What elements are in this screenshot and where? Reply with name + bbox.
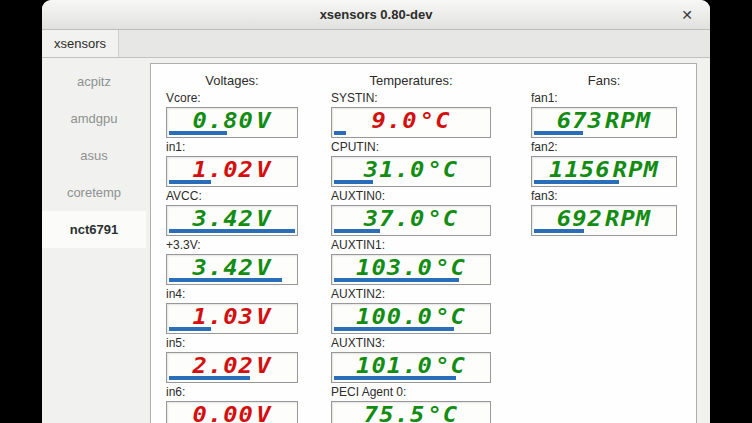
progress-fill: [334, 376, 456, 380]
lcd-readout: 692RPM: [526, 206, 682, 231]
progress-track: [334, 180, 488, 184]
sensor-label: in5:: [166, 336, 298, 351]
sidebar-item-acpitz[interactable]: acpitz: [42, 63, 146, 100]
lcd-unit: °C: [435, 306, 466, 328]
progress-track: [334, 229, 488, 233]
lcd-readout: 37.0°C: [326, 206, 497, 231]
sensor-label: CPUTIN:: [331, 140, 491, 155]
progress-track: [169, 229, 295, 233]
column-header-temperatures: Temperatures:: [331, 73, 491, 89]
progress-fill: [169, 278, 282, 282]
sensor-label: Vcore:: [166, 91, 298, 106]
lcd-readout: 0.00V: [162, 402, 302, 423]
progress-fill: [169, 180, 211, 184]
sensor-auxtin0: AUXTIN0:37.0°C: [331, 189, 491, 236]
sensor-label: fan1:: [531, 91, 677, 106]
titlebar[interactable]: xsensors 0.80-dev ✕: [42, 0, 710, 30]
lcd-value: 673: [557, 110, 603, 132]
lcd-display: 2.02V: [166, 352, 298, 383]
lcd-unit: °C: [420, 110, 451, 132]
sensor-label: in1:: [166, 140, 298, 155]
lcd-unit: V: [256, 355, 271, 377]
sensor-label: AUXTIN0:: [331, 189, 491, 204]
window-title: xsensors 0.80-dev: [320, 7, 433, 22]
lcd-unit: °C: [435, 257, 466, 279]
sensor-vcore: Vcore:0.80V: [166, 91, 298, 138]
lcd-value: 101.0: [356, 355, 433, 377]
lcd-display: 103.0°C: [331, 254, 491, 285]
lcd-value: 103.0: [356, 257, 433, 279]
lcd-readout: 1.03V: [162, 304, 302, 329]
lcd-display: 0.80V: [166, 107, 298, 138]
progress-fill: [169, 376, 250, 380]
sensor-cputin: CPUTIN:31.0°C: [331, 140, 491, 187]
screen: { "window": { "title": "xsensors 0.80-de…: [0, 0, 752, 423]
progress-fill: [334, 229, 380, 233]
lcd-display: 673RPM: [531, 107, 677, 138]
lcd-unit: V: [256, 208, 271, 230]
sensor-label: AVCC:: [166, 189, 298, 204]
sensor-avcc: AVCC:3.42V: [166, 189, 298, 236]
close-button[interactable]: ✕: [674, 0, 700, 29]
progress-track: [169, 376, 295, 380]
progress-track: [169, 278, 295, 282]
progress-track: [169, 327, 295, 331]
progress-track: [534, 131, 674, 135]
lcd-display: 101.0°C: [331, 352, 491, 383]
sidebar-item-coretemp[interactable]: coretemp: [42, 174, 146, 211]
lcd-value: 1.02: [192, 159, 254, 181]
progress-fill: [534, 131, 583, 135]
lcd-value: 692: [557, 208, 603, 230]
lcd-readout: 100.0°C: [326, 304, 497, 329]
lcd-value: 1156: [549, 159, 611, 181]
tab-xsensors[interactable]: xsensors: [42, 30, 119, 57]
sidebar-item-asus[interactable]: asus: [42, 137, 146, 174]
column-temperatures: Temperatures:SYSTIN:9.0°CCPUTIN:31.0°CAU…: [331, 73, 491, 423]
lcd-readout: 2.02V: [162, 353, 302, 378]
sensor-peci-agent-0: PECI Agent 0:75.5°C: [331, 385, 491, 423]
lcd-unit: RPM: [605, 110, 651, 132]
column-fans: Fans:fan1:673RPMfan2:1156RPMfan3:692RPM: [531, 73, 677, 238]
progress-fill: [169, 327, 211, 331]
content-area: acpitzamdgpuasuscoretempnct6791 Voltages…: [42, 58, 710, 423]
lcd-display: 3.42V: [166, 205, 298, 236]
progress-fill: [334, 327, 454, 331]
sensor-systin: SYSTIN:9.0°C: [331, 91, 491, 138]
lcd-value: 0.80: [192, 110, 254, 132]
lcd-readout: 1.02V: [162, 157, 302, 182]
lcd-value: 100.0: [356, 306, 433, 328]
sensor-label: AUXTIN1:: [331, 238, 491, 253]
chip-sidebar: acpitzamdgpuasuscoretempnct6791: [42, 58, 146, 423]
sensor-auxtin3: AUXTIN3:101.0°C: [331, 336, 491, 383]
lcd-display: 31.0°C: [331, 156, 491, 187]
sensor-fan1: fan1:673RPM: [531, 91, 677, 138]
sensor-label: PECI Agent 0:: [331, 385, 491, 400]
lcd-value: 1.03: [192, 306, 254, 328]
sensor-label: SYSTIN:: [331, 91, 491, 106]
lcd-unit: °C: [435, 355, 466, 377]
lcd-unit: V: [256, 159, 271, 181]
lcd-display: 100.0°C: [331, 303, 491, 334]
sensor-fan3: fan3:692RPM: [531, 189, 677, 236]
progress-track: [169, 131, 295, 135]
lcd-value: 75.5: [364, 404, 426, 423]
sidebar-item-amdgpu[interactable]: amdgpu: [42, 100, 146, 137]
lcd-readout: 31.0°C: [326, 157, 497, 182]
progress-track: [334, 327, 488, 331]
sensor-label: +3.3V:: [166, 238, 298, 253]
lcd-unit: °C: [427, 404, 458, 423]
progress-track: [534, 229, 674, 233]
progress-track: [334, 376, 488, 380]
sensor-in6: in6:0.00V: [166, 385, 298, 423]
sidebar-item-nct6791[interactable]: nct6791: [42, 211, 146, 248]
sensor-in5: in5:2.02V: [166, 336, 298, 383]
lcd-display: 1.02V: [166, 156, 298, 187]
sensor-fan2: fan2:1156RPM: [531, 140, 677, 187]
column-header-fans: Fans:: [531, 73, 677, 89]
sensor-label: in4:: [166, 287, 298, 302]
lcd-display: 75.5°C: [331, 401, 491, 423]
progress-track: [334, 131, 488, 135]
sensor-label: in6:: [166, 385, 298, 400]
lcd-readout: 1156RPM: [526, 157, 682, 182]
column-voltages: Voltages:Vcore:0.80Vin1:1.02VAVCC:3.42V+…: [166, 73, 298, 423]
